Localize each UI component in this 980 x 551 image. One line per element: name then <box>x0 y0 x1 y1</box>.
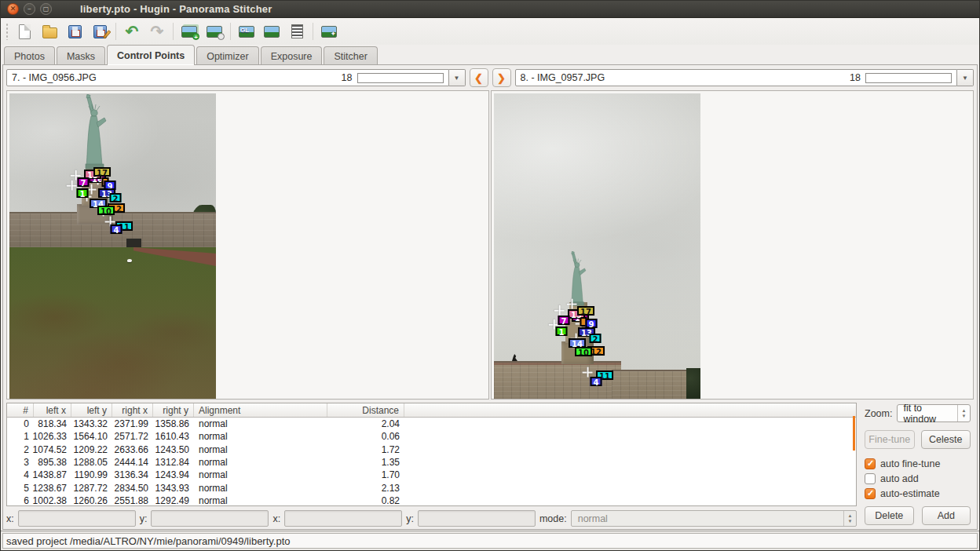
left-image-pane[interactable]: 161517791132141210114 <box>6 90 489 400</box>
left-x-input[interactable] <box>18 510 136 527</box>
right-image-dropdown-button[interactable]: ▼ <box>957 69 974 86</box>
tab-masks[interactable]: Masks <box>57 46 105 65</box>
toolbar-separator <box>230 23 231 40</box>
celeste-button[interactable]: Celeste <box>921 430 971 449</box>
title-bar[interactable]: ✕ − ▢ liberty.pto - Hugin - Panorama Sti… <box>1 1 979 18</box>
cp-table-row[interactable]: 41438.871190.993136.341243.94normal1.70 <box>7 469 856 481</box>
cp-marker-10[interactable]: 10 <box>97 206 115 215</box>
tab-optimizer[interactable]: Optimizer <box>196 46 258 65</box>
delete-add-buttons: Delete Add <box>865 506 971 527</box>
cp-table-row[interactable]: 3895.381288.052444.141312.84normal1.35 <box>7 456 856 469</box>
gl-preview-icon: GL <box>239 26 254 38</box>
auto-fine-tune-checkbox[interactable] <box>865 458 876 469</box>
toolbar-separator <box>115 23 116 40</box>
save-as-icon <box>93 25 107 38</box>
cp-marker-1[interactable]: 1 <box>556 327 568 336</box>
image-panes: 161517791132141210114 <box>3 89 977 401</box>
minimize-button[interactable]: − <box>24 3 35 15</box>
checkbox-row-auto-estimate[interactable]: auto-estimate <box>865 488 971 499</box>
right-photo-canvas[interactable]: 161517791132141210114 <box>494 93 700 400</box>
checkbox-row-auto-add[interactable]: auto add <box>865 473 971 484</box>
cp-marker-17[interactable]: 17 <box>577 306 594 316</box>
fine-tune-button[interactable]: Fine-tune <box>865 430 915 449</box>
column-header[interactable]: right y <box>153 403 194 417</box>
cp-marker-17[interactable]: 17 <box>93 167 111 177</box>
tab-photos[interactable]: Photos <box>4 46 55 65</box>
cp-marker-1[interactable]: 1 <box>77 188 89 198</box>
right-y-input[interactable] <box>418 510 536 527</box>
new-project-button[interactable] <box>13 20 36 42</box>
close-button[interactable]: ✕ <box>7 3 19 15</box>
save-project-button[interactable] <box>63 20 86 42</box>
left-image-combo[interactable]: 7. - IMG_0956.JPG 18 ▼ <box>6 69 466 86</box>
cp-table-header: #left xleft yright xright yAlignmentDist… <box>7 403 856 418</box>
cp-table-row[interactable]: 51238.671287.722834.501343.93normal2.13 <box>7 481 856 494</box>
control-point-table[interactable]: #left xleft yright xright yAlignmentDist… <box>6 403 857 506</box>
preview-button[interactable] <box>260 20 283 42</box>
left-image-field[interactable]: 7. - IMG_0956.JPG 18 <box>6 69 449 86</box>
cp-marker-4[interactable]: 4 <box>111 224 122 234</box>
cp-crosshair[interactable] <box>567 299 577 309</box>
cp-table-row[interactable]: 11026.331564.102571.721610.43normal0.06 <box>7 430 856 443</box>
cp-marker-2[interactable]: 2 <box>590 334 602 343</box>
x1-label: x: <box>6 513 14 524</box>
cp-table-row[interactable]: 61002.381260.262551.881292.49normal0.82 <box>7 494 856 506</box>
control-point-list-button[interactable] <box>285 20 309 42</box>
cp-crosshair[interactable] <box>583 367 593 378</box>
left-y-input[interactable] <box>151 510 269 527</box>
mode-combo[interactable]: normal ▲▼ <box>571 510 857 527</box>
cp-marker-10[interactable]: 10 <box>575 347 592 356</box>
column-header[interactable]: Alignment <box>194 403 327 417</box>
table-column: #left xleft yright xright yAlignmentDist… <box>6 403 857 529</box>
column-header[interactable]: left y <box>71 403 112 417</box>
spinner-arrows-icon[interactable]: ▲▼ <box>957 405 970 421</box>
cp-marker-4[interactable]: 4 <box>591 377 602 386</box>
cp-crosshair[interactable] <box>67 181 77 191</box>
cp-marker-2[interactable]: 2 <box>110 193 122 203</box>
open-folder-icon <box>42 27 57 38</box>
next-pair-button[interactable]: ❯ <box>492 68 511 87</box>
maximize-button[interactable]: ▢ <box>40 3 52 15</box>
right-x-input[interactable] <box>284 510 402 527</box>
auto-add-checkbox[interactable] <box>865 473 876 484</box>
add-images-button[interactable]: + <box>177 20 201 42</box>
gl-label: GL <box>240 27 249 35</box>
right-image-field[interactable]: 8. - IMG_0957.JPG 18 <box>515 69 958 86</box>
right-image-combo[interactable]: 8. - IMG_0957.JPG 18 ▼ <box>515 69 975 86</box>
assistant-button[interactable]: ✦ <box>317 20 341 42</box>
column-header[interactable]: # <box>7 403 34 417</box>
right-image-pane[interactable]: 161517791132141210114 <box>491 90 974 400</box>
zoom-combo[interactable]: fit to window ▲▼ <box>897 404 971 422</box>
undo-icon: ↶ <box>126 24 139 39</box>
column-header[interactable]: left x <box>34 403 71 417</box>
cp-table-row[interactable]: 21074.521209.222633.661243.50normal1.72 <box>7 443 856 456</box>
cp-marker-7[interactable]: 7 <box>78 177 90 187</box>
mode-value: normal <box>572 513 843 524</box>
open-project-button[interactable] <box>38 20 61 42</box>
checkbox-row-auto-fine-tune[interactable]: auto fine-tune <box>865 458 971 469</box>
checkbox-label: auto fine-tune <box>880 458 940 469</box>
toolbar-grip[interactable] <box>5 23 9 40</box>
add-button[interactable]: Add <box>922 506 971 525</box>
left-photo-canvas[interactable]: 161517791132141210114 <box>9 93 216 400</box>
cp-marker-7[interactable]: 7 <box>558 316 570 325</box>
spinner-arrows-icon[interactable]: ▲▼ <box>843 511 856 526</box>
undo-button[interactable]: ↶ <box>120 20 144 42</box>
auto-estimate-checkbox[interactable] <box>865 488 876 499</box>
column-header[interactable]: Distance <box>327 403 404 417</box>
column-header[interactable]: right x <box>112 403 153 417</box>
delete-button[interactable]: Delete <box>865 506 914 525</box>
vertical-scrollbar[interactable] <box>853 416 855 451</box>
cp-crosshair[interactable] <box>554 305 565 316</box>
save-project-as-button[interactable] <box>88 20 112 42</box>
tab-control-points[interactable]: Control Points <box>107 45 195 65</box>
cp-table-row[interactable]: 0818.341343.322371.991358.86normal2.04 <box>7 418 856 430</box>
tab-exposure[interactable]: Exposure <box>261 46 323 65</box>
gl-preview-button[interactable]: GL <box>235 20 258 42</box>
previous-pair-button[interactable]: ❮ <box>470 68 488 87</box>
tab-stitcher[interactable]: Stitcher <box>324 46 377 65</box>
add-time-series-button[interactable] <box>203 20 226 42</box>
left-image-dropdown-button[interactable]: ▼ <box>449 69 466 86</box>
redo-button[interactable]: ↷ <box>145 20 169 42</box>
window-title: liberty.pto - Hugin - Panorama Stitcher <box>80 3 272 15</box>
